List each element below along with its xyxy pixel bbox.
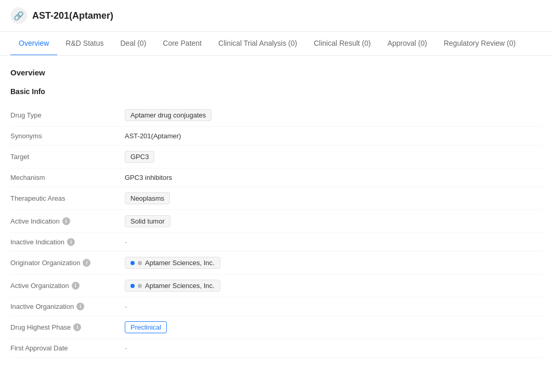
field-row-originator-org: Originator OrganizationiAptamer Sciences… bbox=[10, 252, 543, 275]
field-value-therapeutic-areas: Neoplasms bbox=[125, 192, 543, 204]
dash-inactive-indication: - bbox=[125, 238, 127, 246]
tab-core-patent[interactable]: Core Patent bbox=[154, 32, 210, 56]
page-title: AST-201(Aptamer) bbox=[32, 10, 113, 21]
field-value-synonyms: AST-201(Aptamer) bbox=[125, 132, 543, 140]
tag-active-indication: Solid tumor bbox=[125, 215, 170, 227]
field-row-first-approval-date: First Approval Date- bbox=[10, 339, 543, 358]
field-row-active-indication: Active IndicationiSolid tumor bbox=[10, 210, 543, 233]
info-icon-originator-org[interactable]: i bbox=[83, 259, 90, 267]
tab-overview[interactable]: Overview bbox=[10, 32, 57, 56]
field-value-target: GPC3 bbox=[125, 151, 543, 163]
field-row-therapeutic-areas: Therapeutic AreasNeoplasms bbox=[10, 187, 543, 210]
info-icon-active-org[interactable]: i bbox=[72, 282, 80, 290]
field-value-active-indication: Solid tumor bbox=[125, 215, 543, 227]
tab-approval[interactable]: Approval (0) bbox=[379, 32, 435, 56]
org-name-originator-org: Aptamer Sciences, Inc. bbox=[145, 259, 215, 267]
org-dot-gray-originator-org bbox=[138, 261, 142, 265]
org-tag-active-org: Aptamer Sciences, Inc. bbox=[125, 280, 220, 292]
field-label-target: Target bbox=[10, 153, 125, 161]
org-name-active-org: Aptamer Sciences, Inc. bbox=[145, 282, 215, 290]
field-value-originator-org: Aptamer Sciences, Inc. bbox=[125, 257, 543, 269]
field-row-drug-highest-phase: Drug Highest PhaseiPreclinical bbox=[10, 316, 543, 339]
tab-regulatory-review[interactable]: Regulatory Review (0) bbox=[436, 32, 524, 56]
subsection-title: Basic Info bbox=[10, 87, 543, 96]
field-row-target: TargetGPC3 bbox=[10, 146, 543, 168]
info-icon-drug-highest-phase[interactable]: i bbox=[73, 323, 81, 331]
field-label-active-org: Active Organizationi bbox=[10, 282, 125, 290]
field-label-drug-highest-phase: Drug Highest Phasei bbox=[10, 323, 125, 331]
link-icon: 🔗 bbox=[14, 11, 24, 21]
field-row-drug-type: Drug TypeAptamer drug conjugates bbox=[10, 104, 543, 127]
field-row-synonyms: SynonymsAST-201(Aptamer) bbox=[10, 127, 543, 146]
field-value-drug-highest-phase: Preclinical bbox=[125, 321, 543, 333]
field-row-mechanism: MechanismGPC3 inhibitors bbox=[10, 168, 543, 187]
field-row-inactive-org: Inactive Organizationi- bbox=[10, 297, 543, 316]
field-row-active-org: Active OrganizationiAptamer Sciences, In… bbox=[10, 275, 543, 297]
field-label-inactive-indication: Inactive Indicationi bbox=[10, 238, 125, 246]
field-value-drug-type: Aptamer drug conjugates bbox=[125, 109, 543, 121]
tab-clinical-result[interactable]: Clinical Result (0) bbox=[306, 32, 379, 56]
field-value-mechanism: GPC3 inhibitors bbox=[125, 174, 543, 181]
field-label-synonyms: Synonyms bbox=[10, 132, 125, 140]
field-label-originator-org: Originator Organizationi bbox=[10, 259, 125, 267]
tag-target: GPC3 bbox=[125, 151, 154, 163]
fields-list: Drug TypeAptamer drug conjugatesSynonyms… bbox=[10, 104, 543, 358]
info-icon-inactive-org[interactable]: i bbox=[76, 303, 84, 310]
dash-first-approval-date: - bbox=[125, 344, 127, 352]
section-title: Overview bbox=[10, 68, 543, 77]
field-label-therapeutic-areas: Therapeutic Areas bbox=[10, 194, 125, 202]
tab-bar: OverviewR&D StatusDeal (0)Core PatentCli… bbox=[0, 32, 553, 56]
tab-rd-status[interactable]: R&D Status bbox=[57, 32, 112, 56]
org-dot-blue-originator-org bbox=[130, 261, 135, 265]
tab-deal[interactable]: Deal (0) bbox=[112, 32, 155, 56]
org-tag-originator-org: Aptamer Sciences, Inc. bbox=[125, 257, 220, 269]
info-icon-active-indication[interactable]: i bbox=[62, 217, 70, 225]
org-dot-blue-active-org bbox=[130, 284, 135, 288]
field-value-active-org: Aptamer Sciences, Inc. bbox=[125, 280, 543, 292]
tag-therapeutic-areas: Neoplasms bbox=[125, 192, 170, 204]
tag-blue-drug-highest-phase: Preclinical bbox=[125, 321, 167, 333]
field-label-first-approval-date: First Approval Date bbox=[10, 344, 125, 352]
header: 🔗 AST-201(Aptamer) bbox=[0, 0, 553, 32]
tab-clinical-trial-analysis[interactable]: Clinical Trial Analysis (0) bbox=[210, 32, 306, 56]
field-row-inactive-indication: Inactive Indicationi- bbox=[10, 233, 543, 252]
field-label-inactive-org: Inactive Organizationi bbox=[10, 303, 125, 310]
field-value-inactive-org: - bbox=[125, 303, 543, 310]
header-icon: 🔗 bbox=[10, 7, 27, 24]
field-value-inactive-indication: - bbox=[125, 238, 543, 246]
info-icon-inactive-indication[interactable]: i bbox=[67, 238, 75, 246]
tag-drug-type: Aptamer drug conjugates bbox=[125, 109, 212, 121]
field-value-first-approval-date: - bbox=[125, 344, 543, 352]
org-dot-gray-active-org bbox=[138, 284, 142, 288]
dash-inactive-org: - bbox=[125, 303, 127, 310]
field-label-drug-type: Drug Type bbox=[10, 111, 125, 119]
main-content: Overview Basic Info Drug TypeAptamer dru… bbox=[0, 56, 553, 370]
field-label-active-indication: Active Indicationi bbox=[10, 217, 125, 225]
field-label-mechanism: Mechanism bbox=[10, 174, 125, 181]
